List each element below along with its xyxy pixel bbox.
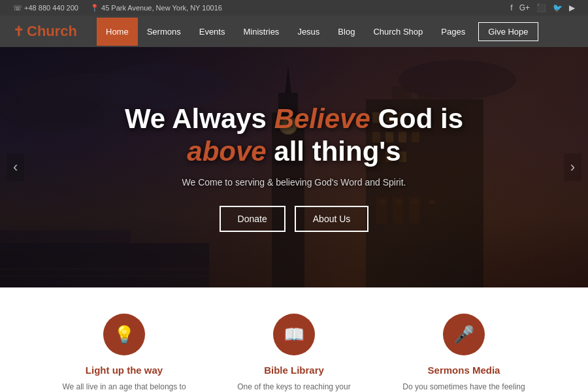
hero-title-accent2: above: [187, 136, 266, 167]
give-hope-button[interactable]: Give Hope: [478, 22, 538, 41]
donate-button[interactable]: Donate: [220, 206, 286, 232]
svg-rect-22: [0, 243, 209, 287]
feature-light-title: Light up the way: [86, 365, 163, 376]
cross-icon: ✝: [13, 24, 24, 39]
top-bar-left: ☏ +48 880 440 200 📍 45 Park Avenue, New …: [13, 4, 222, 12]
feature-bible-icon: 📖: [273, 314, 315, 355]
nav-pages[interactable]: Pages: [432, 18, 474, 46]
hero-title-accent1: Believe: [274, 103, 370, 134]
feature-sermons: 🎤 Sermons Media Do you sometimes have th…: [399, 314, 529, 392]
top-bar-social: f G+ ⬛ 🐦 ▶: [510, 3, 575, 12]
hero-arrow-left[interactable]: ‹: [7, 154, 24, 181]
hero-title-part2: God is: [370, 103, 463, 134]
nav-blog[interactable]: Blog: [329, 18, 364, 46]
site-logo[interactable]: ✝ Church: [13, 23, 77, 40]
svg-point-5: [399, 60, 516, 99]
feature-light-desc: We all live in an age that belongs to th…: [59, 381, 189, 392]
feature-sermons-title: Sermons Media: [428, 365, 500, 376]
hero-subtitle: We Come to serving & believing God's Wor…: [125, 177, 463, 188]
twitter-icon[interactable]: 🐦: [553, 3, 563, 12]
navbar: ✝ Church Home Sermons Events Ministries …: [0, 16, 588, 47]
top-bar: ☏ +48 880 440 200 📍 45 Park Avenue, New …: [0, 0, 588, 16]
nav-events[interactable]: Events: [190, 18, 235, 46]
googleplus-icon[interactable]: G+: [519, 3, 530, 12]
feature-light: 💡 Light up the way We all live in an age…: [59, 314, 189, 392]
logo-text: Church: [27, 23, 77, 40]
feature-sermons-desc: Do you sometimes have the feeling that y…: [399, 381, 529, 392]
hero-section: ‹ › We Always Believe God is above all t…: [0, 47, 588, 287]
youtube-icon[interactable]: ▶: [569, 3, 575, 12]
svg-rect-23: [0, 230, 131, 250]
nav-links: Home Sermons Events Ministries Jesus Blo…: [97, 18, 575, 46]
nav-church-shop[interactable]: Church Shop: [364, 18, 432, 46]
features-section: 💡 Light up the way We all live in an age…: [0, 287, 588, 392]
hero-buttons: Donate About Us: [125, 206, 463, 232]
instagram-icon[interactable]: ⬛: [536, 3, 546, 12]
feature-bible-desc: One of the keys to reaching your goals i…: [229, 381, 359, 392]
svg-point-3: [0, 93, 105, 132]
feature-sermons-icon: 🎤: [443, 314, 485, 355]
nav-home[interactable]: Home: [97, 18, 138, 46]
address: 📍 45 Park Avenue, New York, NY 10016: [90, 4, 222, 12]
feature-bible: 📖 Bible Library One of the keys to reach…: [229, 314, 359, 392]
hero-title-rest: all thing's: [267, 136, 401, 167]
nav-ministries[interactable]: Ministries: [234, 18, 288, 46]
phone-number: ☏ +48 880 440 200: [13, 4, 78, 12]
nav-sermons[interactable]: Sermons: [138, 18, 190, 46]
nav-jesus[interactable]: Jesus: [288, 18, 329, 46]
hero-content: We Always Believe God is above all thing…: [99, 103, 489, 233]
hero-title-part1: We Always: [125, 103, 274, 134]
hero-title: We Always Believe God is above all thing…: [125, 103, 463, 169]
about-us-button[interactable]: About Us: [295, 206, 369, 232]
feature-light-icon: 💡: [103, 314, 145, 355]
feature-bible-title: Bible Library: [264, 365, 324, 376]
hero-arrow-right[interactable]: ›: [564, 154, 581, 181]
facebook-icon[interactable]: f: [510, 3, 512, 12]
